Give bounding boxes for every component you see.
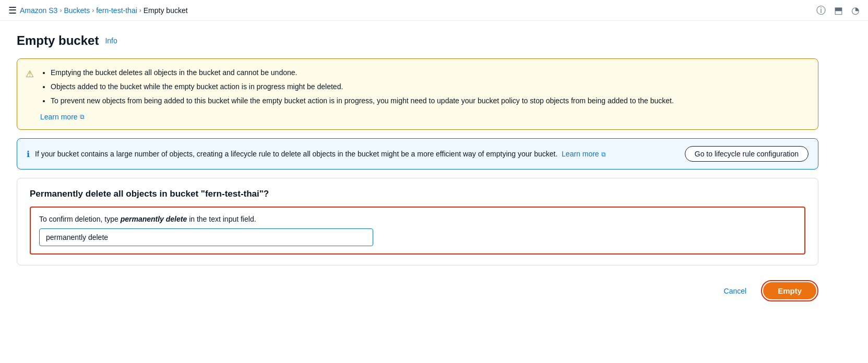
info-box-text: If your bucket contains a large number o… [35, 149, 606, 160]
info-external-icon: ⧉ [601, 151, 606, 158]
breadcrumb-s3-link[interactable]: Amazon S3 [20, 6, 57, 15]
top-nav: ☰ Amazon S3 › Buckets › fern-test-thai ›… [0, 0, 868, 21]
breadcrumb-sep-1: › [60, 7, 62, 14]
empty-button[interactable]: Empty [763, 282, 816, 299]
footer-actions: Cancel Empty [17, 274, 818, 308]
warning-bullet-3: To prevent new objects from being added … [51, 95, 674, 106]
delete-section-title: Permanently delete all objects in bucket… [30, 189, 805, 199]
page-title: Empty bucket [17, 33, 99, 48]
warning-triangle-icon: ⚠ [26, 68, 34, 121]
info-box: ℹ If your bucket contains a large number… [17, 138, 818, 170]
menu-icon[interactable]: ☰ [8, 5, 17, 16]
nav-left: ☰ Amazon S3 › Buckets › fern-test-thai ›… [8, 5, 188, 16]
nav-right: ⓘ ⬒ ◔ [816, 4, 860, 17]
warning-box: ⚠ Emptying the bucket deletes all object… [17, 58, 818, 130]
info-link[interactable]: Info [105, 37, 117, 45]
delete-section: Permanently delete all objects in bucket… [17, 178, 818, 265]
warning-bullet-1: Emptying the bucket deletes all objects … [51, 67, 674, 78]
confirm-deletion-input[interactable] [39, 228, 373, 246]
info-nav-icon[interactable]: ⓘ [816, 4, 826, 17]
cancel-button[interactable]: Cancel [718, 283, 753, 299]
export-nav-icon[interactable]: ⬒ [834, 5, 843, 16]
breadcrumb: Amazon S3 › Buckets › fern-test-thai › E… [20, 6, 188, 15]
breadcrumb-bucket-name-link[interactable]: fern-test-thai [96, 6, 137, 15]
breadcrumb-sep-3: › [139, 7, 141, 14]
warning-learn-more-link[interactable]: Learn more ⧉ [40, 113, 85, 121]
info-learn-more-link[interactable]: Learn more ⧉ [560, 150, 605, 158]
empty-button-wrapper: Empty [761, 280, 818, 301]
page-title-row: Empty bucket Info [17, 33, 818, 48]
info-circle-icon: ℹ [27, 149, 30, 159]
warning-external-icon: ⧉ [80, 113, 85, 120]
warning-bullet-2: Objects added to the bucket while the em… [51, 81, 674, 92]
breadcrumb-current: Empty bucket [144, 6, 188, 15]
info-box-left: ℹ If your bucket contains a large number… [27, 149, 676, 160]
main-content: Empty bucket Info ⚠ Emptying the bucket … [0, 21, 835, 320]
clock-nav-icon[interactable]: ◔ [851, 5, 860, 16]
confirm-box: To confirm deletion, type permanently de… [30, 207, 805, 255]
confirm-label: To confirm deletion, type permanently de… [39, 215, 796, 223]
lifecycle-button[interactable]: Go to lifecycle rule configuration [685, 146, 808, 162]
breadcrumb-sep-2: › [92, 7, 94, 14]
warning-content: Emptying the bucket deletes all objects … [40, 67, 674, 121]
breadcrumb-buckets-link[interactable]: Buckets [64, 6, 90, 15]
